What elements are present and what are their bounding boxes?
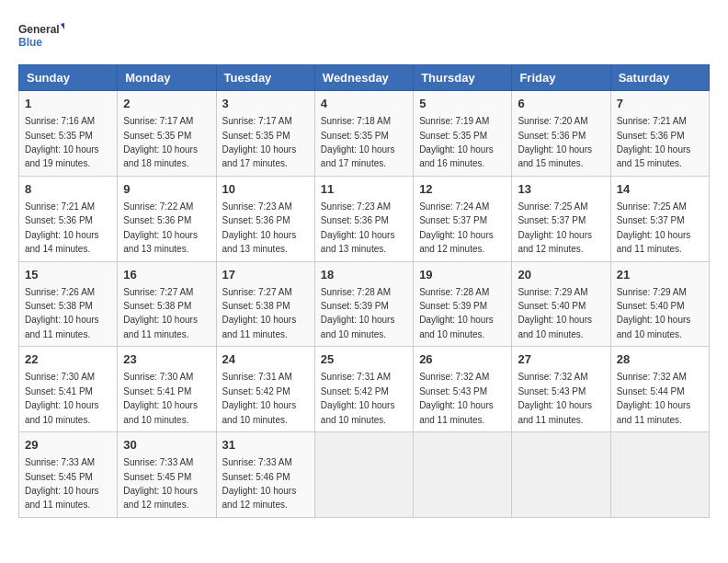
day-info: Sunrise: 7:21 AMSunset: 5:36 PMDaylight:…	[617, 116, 691, 168]
weekday-header-saturday: Saturday	[610, 65, 709, 91]
day-info: Sunrise: 7:31 AMSunset: 5:42 PMDaylight:…	[321, 372, 395, 424]
day-number: 8	[25, 181, 111, 198]
calendar-cell: 3 Sunrise: 7:17 AMSunset: 5:35 PMDayligh…	[216, 91, 314, 177]
day-info: Sunrise: 7:28 AMSunset: 5:39 PMDaylight:…	[419, 287, 494, 339]
calendar-cell: 6 Sunrise: 7:20 AMSunset: 5:36 PMDayligh…	[512, 91, 610, 177]
day-number: 23	[123, 351, 210, 368]
calendar-cell: 25 Sunrise: 7:31 AMSunset: 5:42 PMDaylig…	[314, 347, 413, 432]
calendar-week-5: 29 Sunrise: 7:33 AMSunset: 5:45 PMDaylig…	[19, 432, 710, 518]
calendar-cell: 10 Sunrise: 7:23 AMSunset: 5:36 PMDaylig…	[216, 176, 314, 261]
day-number: 11	[321, 181, 407, 198]
day-info: Sunrise: 7:22 AMSunset: 5:36 PMDaylight:…	[123, 201, 198, 254]
day-info: Sunrise: 7:28 AMSunset: 5:39 PMDaylight:…	[321, 287, 395, 339]
calendar-cell: 7 Sunrise: 7:21 AMSunset: 5:36 PMDayligh…	[610, 91, 709, 177]
day-info: Sunrise: 7:32 AMSunset: 5:43 PMDaylight:…	[518, 372, 592, 424]
weekday-header-tuesday: Tuesday	[216, 65, 314, 91]
calendar-cell: 8 Sunrise: 7:21 AMSunset: 5:36 PMDayligh…	[19, 176, 118, 261]
day-number: 9	[123, 181, 210, 198]
day-number: 12	[419, 181, 506, 198]
day-number: 7	[617, 96, 703, 112]
day-number: 20	[518, 267, 604, 283]
calendar-cell: 5 Sunrise: 7:19 AMSunset: 5:35 PMDayligh…	[414, 91, 512, 177]
day-info: Sunrise: 7:33 AMSunset: 5:45 PMDaylight:…	[25, 457, 99, 510]
day-info: Sunrise: 7:27 AMSunset: 5:38 PMDaylight:…	[222, 287, 297, 339]
calendar-cell: 24 Sunrise: 7:31 AMSunset: 5:42 PMDaylig…	[216, 347, 314, 432]
calendar-cell: 17 Sunrise: 7:27 AMSunset: 5:38 PMDaylig…	[216, 261, 314, 347]
svg-text:General: General	[18, 23, 60, 36]
calendar-cell	[414, 432, 512, 518]
day-info: Sunrise: 7:24 AMSunset: 5:37 PMDaylight:…	[419, 201, 494, 254]
day-info: Sunrise: 7:27 AMSunset: 5:38 PMDaylight:…	[123, 287, 198, 339]
calendar-cell: 21 Sunrise: 7:29 AMSunset: 5:40 PMDaylig…	[610, 261, 709, 347]
weekday-header-monday: Monday	[118, 65, 216, 91]
day-info: Sunrise: 7:32 AMSunset: 5:43 PMDaylight:…	[419, 372, 494, 424]
calendar-cell: 15 Sunrise: 7:26 AMSunset: 5:38 PMDaylig…	[19, 261, 118, 347]
calendar-cell: 2 Sunrise: 7:17 AMSunset: 5:35 PMDayligh…	[118, 91, 216, 177]
calendar-week-2: 8 Sunrise: 7:21 AMSunset: 5:36 PMDayligh…	[19, 176, 710, 261]
day-info: Sunrise: 7:30 AMSunset: 5:41 PMDaylight:…	[123, 372, 198, 424]
day-info: Sunrise: 7:25 AMSunset: 5:37 PMDaylight:…	[518, 201, 592, 254]
day-number: 19	[419, 267, 506, 283]
day-number: 24	[222, 351, 309, 368]
day-number: 4	[321, 96, 407, 112]
day-number: 25	[321, 351, 407, 368]
day-info: Sunrise: 7:17 AMSunset: 5:35 PMDaylight:…	[222, 116, 297, 168]
day-number: 22	[25, 351, 111, 368]
day-info: Sunrise: 7:18 AMSunset: 5:35 PMDaylight:…	[321, 116, 395, 168]
day-number: 16	[123, 267, 210, 283]
calendar-body: 1 Sunrise: 7:16 AMSunset: 5:35 PMDayligh…	[19, 91, 710, 518]
day-info: Sunrise: 7:30 AMSunset: 5:41 PMDaylight:…	[25, 372, 99, 424]
page-header: General Blue	[18, 18, 710, 55]
calendar-cell	[314, 432, 413, 518]
calendar-cell: 30 Sunrise: 7:33 AMSunset: 5:45 PMDaylig…	[118, 432, 216, 518]
day-info: Sunrise: 7:19 AMSunset: 5:35 PMDaylight:…	[419, 116, 494, 168]
calendar-table: SundayMondayTuesdayWednesdayThursdayFrid…	[18, 64, 710, 518]
calendar-cell: 13 Sunrise: 7:25 AMSunset: 5:37 PMDaylig…	[512, 176, 610, 261]
calendar-cell: 20 Sunrise: 7:29 AMSunset: 5:40 PMDaylig…	[512, 261, 610, 347]
calendar-cell: 1 Sunrise: 7:16 AMSunset: 5:35 PMDayligh…	[19, 91, 118, 177]
svg-text:Blue: Blue	[18, 36, 42, 49]
weekday-header-thursday: Thursday	[414, 65, 512, 91]
day-info: Sunrise: 7:32 AMSunset: 5:44 PMDaylight:…	[617, 372, 691, 424]
day-info: Sunrise: 7:33 AMSunset: 5:46 PMDaylight:…	[222, 457, 297, 510]
day-info: Sunrise: 7:21 AMSunset: 5:36 PMDaylight:…	[25, 201, 99, 254]
day-number: 15	[25, 267, 111, 283]
day-number: 17	[222, 267, 309, 283]
calendar-cell: 9 Sunrise: 7:22 AMSunset: 5:36 PMDayligh…	[118, 176, 216, 261]
calendar-cell: 18 Sunrise: 7:28 AMSunset: 5:39 PMDaylig…	[314, 261, 413, 347]
day-number: 6	[518, 96, 604, 112]
day-info: Sunrise: 7:17 AMSunset: 5:35 PMDaylight:…	[123, 116, 198, 168]
day-number: 29	[25, 437, 111, 454]
day-number: 1	[25, 96, 111, 112]
calendar-cell: 11 Sunrise: 7:23 AMSunset: 5:36 PMDaylig…	[314, 176, 413, 261]
day-number: 5	[419, 96, 506, 112]
calendar-week-4: 22 Sunrise: 7:30 AMSunset: 5:41 PMDaylig…	[19, 347, 710, 432]
calendar-header-row: SundayMondayTuesdayWednesdayThursdayFrid…	[19, 65, 710, 91]
day-info: Sunrise: 7:23 AMSunset: 5:36 PMDaylight:…	[321, 201, 395, 254]
day-info: Sunrise: 7:29 AMSunset: 5:40 PMDaylight:…	[617, 287, 691, 339]
calendar-cell: 26 Sunrise: 7:32 AMSunset: 5:43 PMDaylig…	[414, 347, 512, 432]
calendar-cell: 16 Sunrise: 7:27 AMSunset: 5:38 PMDaylig…	[118, 261, 216, 347]
logo: General Blue	[18, 18, 64, 55]
day-number: 31	[222, 437, 309, 454]
svg-marker-3	[61, 23, 64, 29]
day-number: 3	[222, 96, 309, 112]
day-number: 27	[518, 351, 604, 368]
day-info: Sunrise: 7:26 AMSunset: 5:38 PMDaylight:…	[25, 287, 99, 339]
day-info: Sunrise: 7:23 AMSunset: 5:36 PMDaylight:…	[222, 201, 297, 254]
calendar-cell	[512, 432, 610, 518]
day-number: 10	[222, 181, 309, 198]
day-info: Sunrise: 7:29 AMSunset: 5:40 PMDaylight:…	[518, 287, 592, 339]
day-info: Sunrise: 7:16 AMSunset: 5:35 PMDaylight:…	[25, 116, 99, 168]
day-info: Sunrise: 7:33 AMSunset: 5:45 PMDaylight:…	[123, 457, 198, 510]
calendar-cell: 27 Sunrise: 7:32 AMSunset: 5:43 PMDaylig…	[512, 347, 610, 432]
day-number: 13	[518, 181, 604, 198]
calendar-cell: 23 Sunrise: 7:30 AMSunset: 5:41 PMDaylig…	[118, 347, 216, 432]
logo-svg: General Blue	[18, 18, 64, 55]
day-number: 28	[617, 351, 703, 368]
day-info: Sunrise: 7:25 AMSunset: 5:37 PMDaylight:…	[617, 201, 691, 254]
day-number: 2	[123, 96, 210, 112]
day-info: Sunrise: 7:31 AMSunset: 5:42 PMDaylight:…	[222, 372, 297, 424]
weekday-header-friday: Friday	[512, 65, 610, 91]
day-number: 26	[419, 351, 506, 368]
